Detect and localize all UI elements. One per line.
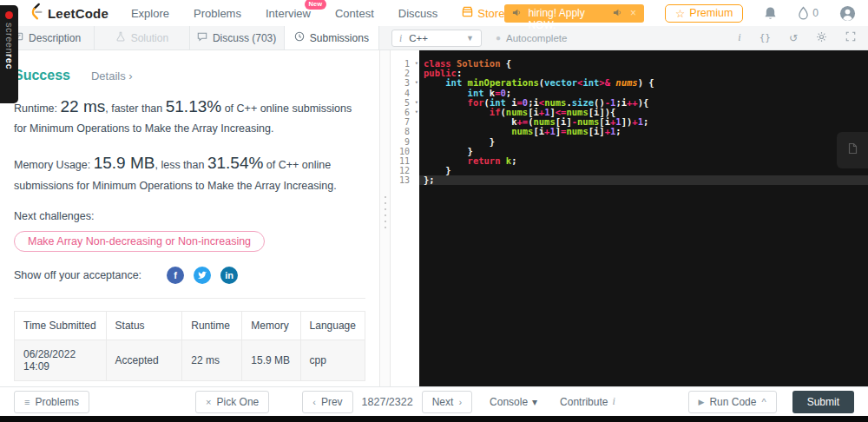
gutter-line-number: 1▾ xyxy=(391,59,419,69)
console-toggle[interactable]: Console ▾ xyxy=(490,396,537,408)
chevron-right-icon: › xyxy=(128,69,132,82)
dot-icon: ● xyxy=(496,33,501,43)
nav-item-discuss[interactable]: Discuss xyxy=(398,7,438,20)
flask-icon xyxy=(115,31,126,44)
gutter-line-number: 7 xyxy=(391,117,419,127)
pick-one-button[interactable]: × Pick One xyxy=(195,391,269,413)
nav-item-problems[interactable]: Problems xyxy=(194,7,241,20)
facebook-share-icon[interactable]: f xyxy=(167,267,184,284)
user-avatar[interactable] xyxy=(839,5,856,22)
submissions-clock-icon xyxy=(294,31,305,44)
editor-code-area[interactable]: class Solution {public: int minOperation… xyxy=(419,50,868,386)
challenge-pill[interactable]: Make Array Non-decreasing or Non-increas… xyxy=(14,231,265,252)
premium-button[interactable]: ☆ Premium xyxy=(665,4,743,23)
nav-item-explore[interactable]: Explore xyxy=(131,7,169,20)
code-editor[interactable]: 1▾23▾45▾6▾78910111213 class Solution {pu… xyxy=(391,50,868,386)
code-line[interactable]: } xyxy=(419,137,868,147)
editor-gutter: 1▾23▾45▾6▾78910111213 xyxy=(391,50,419,386)
gutter-line-number: 2 xyxy=(391,69,419,78)
table-header-cell: Status xyxy=(106,311,182,340)
details-link[interactable]: Details › xyxy=(91,69,133,82)
editor-info-icon[interactable]: i xyxy=(738,31,740,44)
contribute-link[interactable]: Contribute i xyxy=(560,395,615,408)
code-line[interactable]: }; xyxy=(419,175,868,185)
gutter-line-number: 13 xyxy=(391,175,419,185)
table-header-cell: Runtime xyxy=(182,311,242,340)
fold-arrow-icon[interactable]: ▾ xyxy=(415,59,418,69)
section-divider xyxy=(14,298,365,299)
screenrec-watermark: screenrec xyxy=(0,5,18,103)
copy-document-icon xyxy=(846,142,858,159)
tab-strip: Description Solution Discuss (703) xyxy=(0,26,868,50)
submit-button[interactable]: Submit xyxy=(792,391,854,413)
hiring-banner[interactable]: LeetCode is hiring! Apply NOW. × xyxy=(504,4,644,23)
format-braces-icon[interactable]: {} xyxy=(760,32,771,43)
speaker-icon xyxy=(613,8,622,19)
speaker-icon xyxy=(512,8,522,19)
autocomplete-toggle[interactable]: ● Autocomplete xyxy=(496,33,567,43)
discuss-bubble-icon xyxy=(197,31,207,44)
main-nav: Explore Problems Interview New Contest D… xyxy=(131,6,504,20)
editor-toolbar: i C++ ▼ ● Autocomplete i {} ↺ xyxy=(379,26,868,49)
editor-toolbar-icons: i {} ↺ xyxy=(738,31,856,45)
gutter-line-number: 5▾ xyxy=(391,98,419,108)
run-code-button[interactable]: ▶ Run Code ^ xyxy=(688,391,777,413)
navbar-right: LeetCode is hiring! Apply NOW. × ☆ Premi… xyxy=(504,4,856,23)
main-split: Success Details › Runtime: 22 ms, faster… xyxy=(0,50,868,386)
settings-gear-icon[interactable] xyxy=(816,31,827,45)
share-row: Show off your acceptance: f in xyxy=(14,267,365,284)
linkedin-share-icon[interactable]: in xyxy=(220,267,238,284)
code-line[interactable]: } xyxy=(419,166,868,175)
table-cell: 15.9 MB xyxy=(242,340,300,380)
gutter-line-number: 3▾ xyxy=(391,78,419,88)
gutter-line-number: 10 xyxy=(391,147,419,156)
problems-button[interactable]: ≡ Problems xyxy=(14,391,89,413)
notifications-bell-icon[interactable] xyxy=(764,6,777,20)
runtime-percentile: 51.13% xyxy=(166,97,221,115)
gutter-line-number: 9 xyxy=(391,137,419,147)
shuffle-icon: × xyxy=(206,397,211,407)
streak-droplet-icon[interactable]: 0 xyxy=(798,6,819,20)
tab-solution[interactable]: Solution xyxy=(95,26,189,49)
panel-splitter-handle[interactable] xyxy=(379,50,391,386)
language-select[interactable]: i C++ ▼ xyxy=(391,30,482,47)
gutter-line-number: 4 xyxy=(391,89,419,98)
leetcode-logo[interactable]: LeetCode xyxy=(28,3,108,24)
tab-discuss[interactable]: Discuss (703) xyxy=(190,26,285,49)
nav-item-interview[interactable]: Interview New xyxy=(266,7,311,20)
submission-result-panel: Success Details › Runtime: 22 ms, faster… xyxy=(0,50,379,386)
screen-bottom-edge xyxy=(0,416,868,422)
fold-arrow-icon[interactable]: ▾ xyxy=(415,98,418,108)
panel-tabs: Description Solution Discuss (703) xyxy=(0,26,379,49)
next-button[interactable]: Next › xyxy=(422,391,472,413)
reset-code-icon[interactable]: ↺ xyxy=(789,32,798,44)
top-navbar: LeetCode Explore Problems Interview New … xyxy=(0,0,868,26)
table-header-cell: Memory xyxy=(242,311,300,340)
info-icon: i xyxy=(399,33,402,43)
table-cell: 06/28/2022 14:09 xyxy=(15,340,107,380)
status-success: Success xyxy=(14,68,70,83)
runtime-summary: Runtime: 22 ms, faster than 51.13% of C+… xyxy=(14,94,365,137)
memory-value: 15.9 MB xyxy=(94,154,155,172)
star-icon: ☆ xyxy=(675,7,685,20)
prev-button[interactable]: ‹ Prev xyxy=(302,391,352,413)
nav-item-store[interactable]: Store xyxy=(462,6,504,20)
fold-arrow-icon[interactable]: ▾ xyxy=(415,108,418,117)
banner-close-icon[interactable]: × xyxy=(630,7,636,19)
tab-submissions[interactable]: Submissions xyxy=(285,26,379,49)
problem-counter: 1827/2322 xyxy=(362,396,413,408)
chevron-up-icon: ^ xyxy=(761,397,766,407)
list-icon: ≡ xyxy=(24,397,30,407)
table-row[interactable]: 06/28/2022 14:09Accepted22 ms15.9 MBcpp xyxy=(15,340,365,380)
nav-item-contest[interactable]: Contest xyxy=(335,7,374,20)
info-icon: i xyxy=(612,395,615,408)
table-header-cell: Time Submitted xyxy=(15,311,107,340)
copy-code-button[interactable] xyxy=(837,132,868,168)
gutter-line-number: 8 xyxy=(391,127,419,136)
code-line[interactable]: return k; xyxy=(419,156,868,166)
twitter-share-icon[interactable] xyxy=(194,267,211,284)
result-header: Success Details › xyxy=(14,68,365,83)
fullscreen-icon[interactable] xyxy=(845,31,856,44)
fold-arrow-icon[interactable]: ▾ xyxy=(415,78,418,88)
code-line[interactable]: class Solution { xyxy=(419,59,868,69)
